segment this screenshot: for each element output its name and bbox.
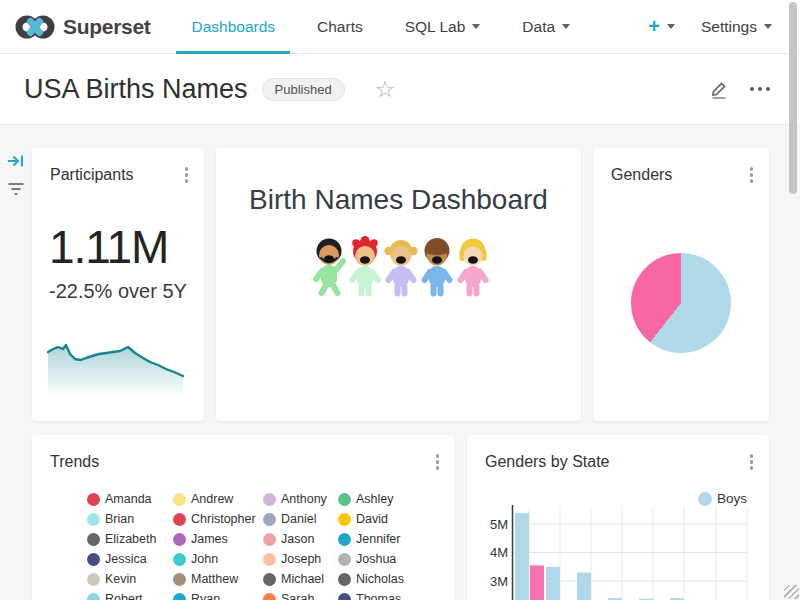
published-badge[interactable]: Published [262, 78, 345, 101]
legend-item[interactable]: Robert [87, 592, 143, 600]
kid-blue [425, 238, 450, 294]
legend-label: Nicholas [356, 572, 404, 586]
legend-dot [87, 533, 100, 546]
markdown-header-card: Birth Names Dashboard [216, 148, 581, 421]
legend-label: Andrew [191, 492, 233, 506]
legend-dot [338, 493, 351, 506]
chart-options-menu[interactable] [433, 451, 443, 473]
kebab-icon [436, 454, 440, 458]
filter-lines-icon [7, 181, 25, 197]
legend-item[interactable]: John [173, 552, 218, 566]
filter-bar-button[interactable] [7, 181, 25, 201]
navbar-right: + Settings [648, 15, 800, 38]
legend-item[interactable]: Elizabeth [87, 532, 156, 546]
svg-text:5M: 5M [490, 517, 508, 532]
kebab-icon [750, 167, 754, 171]
legend-label: Anthony [281, 492, 327, 506]
header-actions [708, 78, 800, 100]
legend-item[interactable]: Joseph [263, 552, 321, 566]
edit-dashboard-button[interactable] [708, 78, 730, 100]
legend-item[interactable]: Ryan [173, 592, 220, 600]
chevron-down-icon [562, 24, 570, 29]
legend-item[interactable]: Kevin [87, 572, 136, 586]
chart-options-menu[interactable] [182, 164, 192, 186]
legend-dot [338, 553, 351, 566]
legend-item[interactable]: Jessica [87, 552, 147, 566]
legend-item[interactable]: Jennifer [338, 532, 400, 546]
chart-options-menu[interactable] [747, 164, 757, 186]
genders-by-state-card: Genders by State Boys 5M4M3M [467, 435, 769, 600]
plus-icon: + [648, 15, 660, 38]
legend-dot [87, 493, 100, 506]
legend-dot [338, 593, 351, 600]
legend-dot [173, 513, 186, 526]
legend-dot [87, 593, 100, 600]
page-title: USA Births Names [24, 74, 248, 105]
kebab-icon [185, 167, 189, 171]
legend-label: Michael [281, 572, 324, 586]
legend-label: Brian [105, 512, 134, 526]
legend-label: Daniel [281, 512, 316, 526]
chart-title: Participants [50, 166, 134, 184]
legend-label: Sarah [281, 592, 314, 600]
legend-item[interactable]: James [173, 532, 228, 546]
dashboard-header: USA Births Names Published ☆ [0, 54, 800, 125]
legend-item[interactable]: David [338, 512, 388, 526]
settings-menu[interactable]: Settings [701, 18, 772, 36]
svg-text:4M: 4M [490, 545, 508, 560]
legend-label: Ryan [191, 592, 220, 600]
expand-filter-bar-button[interactable] [7, 153, 25, 173]
legend-dot [263, 533, 276, 546]
legend-label: Thomas [356, 592, 401, 600]
chart-title: Trends [50, 453, 99, 471]
legend-item[interactable]: Andrew [173, 492, 233, 506]
favorite-star-icon[interactable]: ☆ [375, 78, 396, 101]
legend-dot [263, 553, 276, 566]
nav-item-sql-lab[interactable]: SQL Lab [384, 0, 502, 54]
legend-item[interactable]: Daniel [263, 512, 316, 526]
legend-item[interactable]: Brian [87, 512, 134, 526]
legend-item[interactable]: Ashley [338, 492, 394, 506]
legend-label: John [191, 552, 218, 566]
legend-dot [263, 573, 276, 586]
legend-dot [87, 573, 100, 586]
legend-label: Kevin [105, 572, 136, 586]
legend-label: Christopher [191, 512, 256, 526]
participants-trendline-chart [47, 340, 187, 402]
big-number-subheader: -22.5% over 5Y [49, 280, 187, 303]
nav-item-dashboards[interactable]: Dashboards [170, 0, 296, 54]
genders-pie-chart [631, 253, 731, 353]
legend-item[interactable]: Christopher [173, 512, 256, 526]
legend-label: Elizabeth [105, 532, 156, 546]
dashboard-actions-menu[interactable] [750, 87, 771, 92]
trends-card: Trends AmandaAndrewAnthonyAshleyBrianChr… [32, 435, 455, 600]
nav-item-data[interactable]: Data [501, 0, 591, 54]
svg-text:3M: 3M [490, 574, 508, 589]
legend-dot [173, 553, 186, 566]
legend-label: Jennifer [356, 532, 400, 546]
vertical-scrollbar[interactable] [789, 2, 797, 194]
legend-item[interactable]: Joshua [338, 552, 396, 566]
legend-item[interactable]: Jason [263, 532, 314, 546]
legend-item[interactable]: Michael [263, 572, 324, 586]
resize-handle-icon[interactable] [784, 585, 799, 599]
legend-label: David [356, 512, 388, 526]
legend-item[interactable]: Matthew [173, 572, 238, 586]
superset-logo[interactable]: Superset [0, 12, 150, 42]
legend-label: Amanda [105, 492, 152, 506]
nav-item-charts[interactable]: Charts [296, 0, 384, 54]
legend-item[interactable]: Nicholas [338, 572, 404, 586]
legend-dot [338, 573, 351, 586]
new-item-button[interactable]: + [648, 15, 675, 38]
big-number-value: 1.11M [49, 220, 168, 274]
genders-card: Genders [593, 148, 769, 421]
legend-item[interactable]: Sarah [263, 592, 314, 600]
legend-item[interactable]: Anthony [263, 492, 327, 506]
legend-item[interactable]: Thomas [338, 592, 401, 600]
nav-label: Charts [317, 18, 363, 36]
ellipsis-icon [750, 87, 755, 92]
markdown-heading: Birth Names Dashboard [216, 184, 581, 216]
legend-dot [173, 573, 186, 586]
main-nav: Dashboards Charts SQL Lab Data [170, 0, 591, 54]
legend-item[interactable]: Amanda [87, 492, 152, 506]
